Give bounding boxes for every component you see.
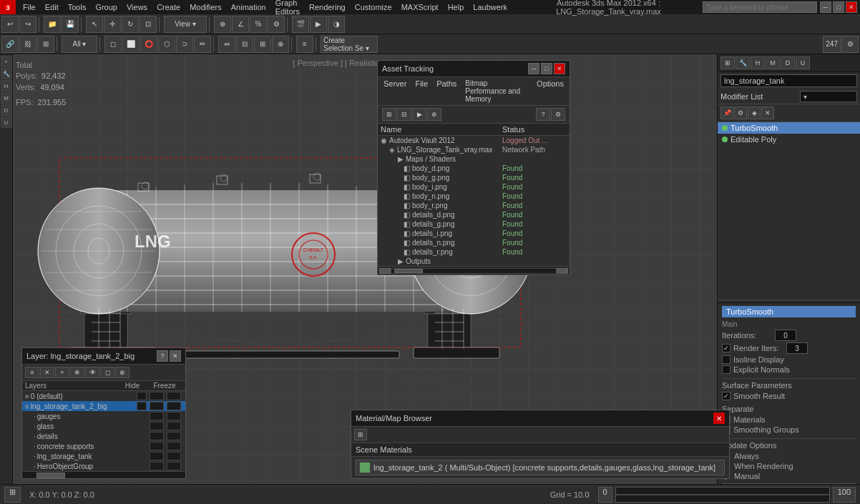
menu-laubwerk[interactable]: Laubwerk — [469, 1, 512, 13]
tb-open[interactable]: 📁 — [44, 16, 61, 33]
tb-spinner-snap[interactable]: ⚙ — [268, 16, 285, 33]
tb-angle-snap[interactable]: ∠ — [232, 16, 249, 33]
menu-file[interactable]: File — [19, 1, 40, 13]
tb2-render-type[interactable]: Create Selection Se ▾ — [321, 36, 378, 53]
at-scrollbar[interactable] — [378, 266, 570, 275]
tb-undo[interactable]: ↩ — [1, 16, 19, 33]
lm-help[interactable]: ? — [157, 350, 168, 362]
mod-make-unique[interactable]: ◈ — [748, 107, 761, 119]
tb-select[interactable]: ↖ — [86, 16, 103, 33]
tb2-clone[interactable]: ⊕ — [272, 36, 289, 53]
tb2-layers[interactable]: ≡ — [296, 36, 313, 53]
at-row[interactable]: ◉Autodesk Vault 2012Logged Out ... — [378, 136, 570, 145]
rp-icon5[interactable]: D — [781, 56, 795, 69]
lm-btn-delete[interactable]: ✕ — [40, 367, 54, 378]
tb2-rect-sel[interactable]: ⬜ — [122, 36, 140, 53]
ts-iter-input[interactable] — [775, 330, 796, 341]
lm-btn-expand[interactable]: ≡ — [25, 367, 39, 378]
lm-row[interactable]: ∙ gauges — [22, 411, 185, 421]
lm-btn-sel-obj[interactable]: ◻ — [100, 367, 114, 378]
tb2-paint-sel[interactable]: ✏ — [194, 36, 211, 53]
rp-icon3[interactable]: H — [751, 56, 765, 69]
menu-maxscript[interactable]: MAXScript — [397, 1, 443, 13]
rp-icon1[interactable]: ⊞ — [720, 56, 735, 69]
rp-icon6[interactable]: U — [796, 56, 810, 69]
lm-row[interactable]: ∙ HeroObjectGroup — [22, 461, 185, 471]
at-row[interactable]: ◧details_d.pngFound — [378, 210, 570, 219]
lm-btn-add-sel[interactable]: ⊕ — [115, 367, 130, 378]
tb2-link[interactable]: 🔗 — [1, 36, 19, 53]
ts-isoline-check[interactable] — [722, 355, 730, 364]
tb2-select-filter[interactable]: All ▾ — [62, 36, 97, 53]
lm-btn-hide-all[interactable]: 👁 — [85, 367, 99, 378]
status-time[interactable]: 0 — [598, 487, 612, 503]
at-menu-bitmap[interactable]: Bitmap Performance and Memory — [464, 79, 529, 103]
at-menu-server[interactable]: Server — [382, 79, 408, 103]
menu-animation[interactable]: Animation — [227, 1, 270, 13]
tb2-lasso-sel[interactable]: ⊃ — [176, 36, 193, 53]
at-close[interactable]: ✕ — [554, 63, 565, 74]
tb2-settings[interactable]: ⚙ — [841, 36, 859, 53]
at-row[interactable]: ◧body_n.pngFound — [378, 192, 570, 201]
mod-config[interactable]: ⚙ — [734, 107, 747, 119]
tb2-mirror[interactable]: ⇔ — [218, 36, 235, 53]
ls-modify[interactable]: 🔧 — [1, 68, 12, 79]
at-btn4[interactable]: ⊕ — [427, 108, 441, 121]
menu-graph-editors[interactable]: Graph Editors — [271, 0, 304, 17]
at-row[interactable]: ◧body_r.pngFound — [378, 201, 570, 210]
ts-smooth-check[interactable] — [722, 392, 730, 400]
status-end-time[interactable]: 100 — [833, 487, 856, 503]
at-row[interactable]: ▶Maps / Shaders — [378, 154, 570, 164]
ls-utilities[interactable]: U — [1, 117, 12, 128]
ts-update-button[interactable]: Update — [722, 483, 856, 484]
lm-row[interactable]: ∙ lng_storage_tank — [22, 451, 185, 461]
ts-render-input[interactable] — [786, 342, 808, 354]
close-button[interactable]: ✕ — [846, 1, 857, 13]
tb2-select-object[interactable]: ◻ — [104, 36, 122, 53]
tb-render[interactable]: ▶ — [310, 16, 327, 33]
lm-btn-add[interactable]: + — [55, 367, 69, 378]
lm-row[interactable]: ∙ details — [22, 431, 185, 441]
at-row[interactable]: ◧details_i.pngFound — [378, 229, 570, 238]
mod-pin[interactable]: 📌 — [720, 107, 733, 119]
search-input[interactable] — [703, 1, 817, 13]
menu-tools[interactable]: Tools — [64, 1, 91, 13]
at-row[interactable]: ◈LNG_Storage_Tank_vray.maxNetwork Path — [378, 145, 570, 154]
lm-btn-freeze-all[interactable]: ❄ — [70, 367, 84, 378]
object-name-field[interactable]: lng_storage_tank — [720, 74, 857, 87]
mod-remove[interactable]: ✕ — [761, 107, 774, 119]
at-minimize[interactable]: ─ — [528, 63, 539, 74]
tb2-circ-sel[interactable]: ⭕ — [140, 36, 157, 53]
mb-close[interactable]: ✕ — [713, 412, 725, 424]
tb2-fence-sel[interactable]: ⬡ — [158, 36, 175, 53]
at-btn-help[interactable]: ? — [536, 108, 550, 121]
tb-render-setup[interactable]: 🎬 — [292, 16, 309, 33]
tb-redo[interactable]: ↪ — [19, 16, 36, 33]
timeline[interactable] — [615, 487, 830, 503]
minimize-button[interactable]: ─ — [820, 1, 831, 13]
modifier-turbosm[interactable]: TurboSmooth — [718, 122, 860, 134]
tb-save[interactable]: 💾 — [62, 16, 79, 33]
maximize-button[interactable]: □ — [833, 1, 844, 13]
ls-display[interactable]: D — [1, 104, 12, 116]
tb2-align[interactable]: ⊟ — [236, 36, 253, 53]
modifier-editpoly[interactable]: Editable Poly — [718, 134, 860, 145]
mb-material-row[interactable]: lng_storage_tank_2 ( Multi/Sub-Object) [… — [356, 460, 725, 475]
ts-render-check[interactable] — [722, 344, 730, 352]
lm-row[interactable]: ∙ concrete supports — [22, 441, 185, 451]
at-table[interactable]: ◉Autodesk Vault 2012Logged Out ...◈LNG_S… — [378, 136, 570, 266]
ls-hierarchy[interactable]: H — [1, 80, 12, 92]
menu-views[interactable]: Views — [122, 1, 152, 13]
menu-rendering[interactable]: Rendering — [305, 1, 350, 13]
tb2-unlink[interactable]: ⛓ — [19, 36, 36, 53]
at-btn2[interactable]: ⊟ — [397, 108, 411, 121]
menu-help[interactable]: Help — [444, 1, 469, 13]
tb-rotate[interactable]: ↻ — [122, 16, 139, 33]
rp-icon2[interactable]: 🔧 — [736, 56, 750, 69]
at-row[interactable]: ◧body_g.pngFound — [378, 173, 570, 182]
menu-create[interactable]: Create — [152, 1, 185, 13]
menu-group[interactable]: Group — [91, 1, 122, 13]
at-row[interactable]: ◧details_n.pngFound — [378, 238, 570, 247]
at-btn3[interactable]: ▶ — [412, 108, 426, 121]
tb-snap[interactable]: ⊕ — [214, 16, 231, 33]
